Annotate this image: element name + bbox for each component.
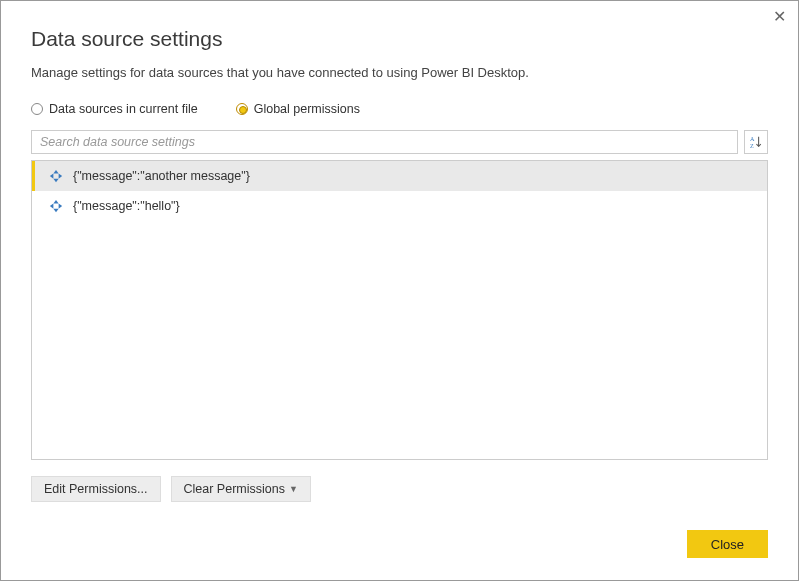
dialog-subtitle: Manage settings for data sources that yo… xyxy=(31,65,768,80)
svg-marker-10 xyxy=(59,203,63,208)
search-input[interactable] xyxy=(31,130,738,154)
list-item-label: {"message":"another message"} xyxy=(73,169,250,183)
scope-radio-group: Data sources in current file Global perm… xyxy=(31,102,768,116)
radio-current-file[interactable]: Data sources in current file xyxy=(31,102,198,116)
data-source-icon xyxy=(49,169,63,183)
clear-permissions-button[interactable]: Clear Permissions ▼ xyxy=(171,476,311,502)
list-item[interactable]: {"message":"another message"} xyxy=(32,161,767,191)
data-source-list[interactable]: {"message":"another message"} {"message"… xyxy=(31,160,768,460)
svg-marker-7 xyxy=(53,200,58,204)
action-button-bar: Edit Permissions... Clear Permissions ▼ xyxy=(31,476,768,502)
data-source-icon xyxy=(49,199,63,213)
list-item-label: {"message":"hello"} xyxy=(73,199,180,213)
svg-text:A: A xyxy=(750,136,755,142)
svg-marker-4 xyxy=(53,179,58,183)
button-label: Close xyxy=(711,537,744,552)
sort-button[interactable]: A Z xyxy=(744,130,768,154)
svg-marker-3 xyxy=(53,170,58,174)
radio-label: Global permissions xyxy=(254,102,360,116)
radio-global-permissions[interactable]: Global permissions xyxy=(236,102,360,116)
data-source-settings-dialog: ✕ Data source settings Manage settings f… xyxy=(0,0,799,581)
button-label: Clear Permissions xyxy=(184,482,285,496)
svg-marker-9 xyxy=(50,203,54,208)
close-button[interactable]: Close xyxy=(687,530,768,558)
radio-label: Data sources in current file xyxy=(49,102,198,116)
chevron-down-icon: ▼ xyxy=(289,484,298,494)
svg-marker-6 xyxy=(59,173,63,178)
edit-permissions-button[interactable]: Edit Permissions... xyxy=(31,476,161,502)
list-item[interactable]: {"message":"hello"} xyxy=(32,191,767,221)
dialog-title: Data source settings xyxy=(31,27,768,51)
svg-text:Z: Z xyxy=(750,143,754,149)
search-row: A Z xyxy=(31,130,768,154)
button-label: Edit Permissions... xyxy=(44,482,148,496)
radio-icon xyxy=(31,103,43,115)
sort-az-icon: A Z xyxy=(749,135,763,149)
radio-icon xyxy=(236,103,248,115)
close-icon[interactable]: ✕ xyxy=(773,9,786,25)
svg-marker-8 xyxy=(53,209,58,213)
svg-marker-5 xyxy=(50,173,54,178)
